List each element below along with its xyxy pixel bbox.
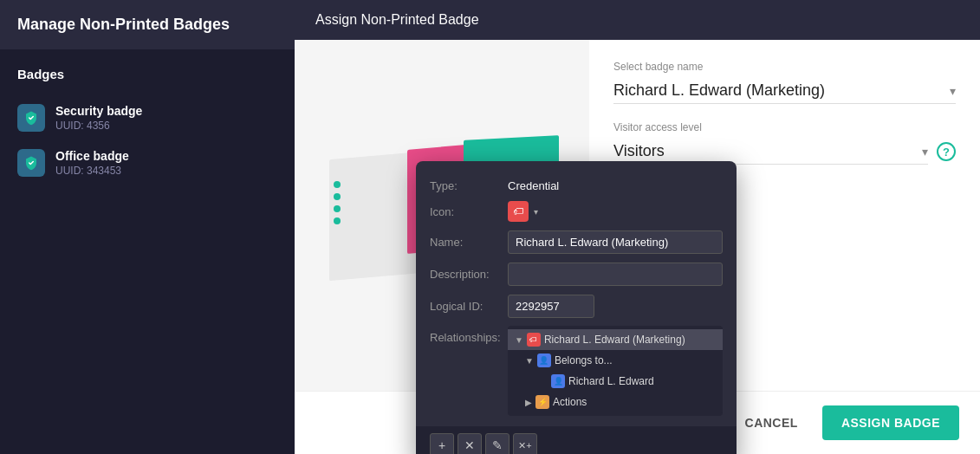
description-row: Description: [416,258,737,290]
tree-item-root[interactable]: ▼ 🏷 Richard L. Edward (Marketing) [508,329,723,350]
credential-popup: Type: Credential Icon: 🏷 ▾ Name: Descrip… [416,161,737,454]
list-item[interactable]: Security badge UUID: 4356 [17,95,277,140]
actions-icon: ⚡ [535,395,549,409]
main-area: Assign Non-Printed Badge ✓ [295,0,980,454]
dots-group [334,181,341,230]
logical-id-input[interactable] [508,295,594,318]
tree-text-root: Richard L. Edward (Marketing) [544,334,685,346]
type-label: Type: [430,179,508,192]
help-icon[interactable]: ? [937,142,956,161]
list-item[interactable]: Office badge UUID: 343453 [17,140,277,185]
relationships-label: Relationships: [430,326,508,344]
badge-name-group: Select badge name Richard L. Edward (Mar… [613,61,956,104]
description-label: Description: [430,268,508,281]
badge-shield-icon-2 [17,149,45,177]
relationships-row: Relationships: ▼ 🏷 Richard L. Edward (Ma… [416,322,737,419]
icon-label: Icon: [430,205,508,218]
tree-item-belongs-to[interactable]: ▼ 👤 Belongs to... [508,350,723,371]
tree-arrow-actions: ▶ [525,398,532,407]
badge-info: Security badge UUID: 4356 [55,104,142,132]
tree-text-person: Richard L. Edward [568,375,654,387]
tree-text-belongs: Belongs to... [555,354,613,366]
tree-text-actions: Actions [553,396,587,408]
tree-item-person[interactable]: 👤 Richard L. Edward [508,371,723,392]
sidebar-content: Badges Security badge UUID: 4356 [0,49,295,203]
modal-header: Assign Non-Printed Badge [295,0,980,40]
icon-row: Icon: 🏷 ▾ [416,197,737,226]
badge-name-label: Select badge name [613,61,956,73]
badge-name-select[interactable]: Richard L. Edward (Marketing) ▾ [613,78,956,104]
sidebar-title: Manage Non-Printed Badges [17,16,230,33]
type-row: Type: Credential [416,175,737,197]
access-level-value: Visitors [613,142,665,160]
badge-shield-icon [17,104,45,132]
badge-info-2: Office badge UUID: 343453 [55,149,129,177]
relationships-tree: ▼ 🏷 Richard L. Edward (Marketing) ▼ 👤 Be… [508,326,723,416]
assign-badge-button[interactable]: ASSIGN BADGE [822,405,959,440]
add-link-button[interactable]: ✕+ [513,433,537,454]
sidebar-header: Manage Non-Printed Badges [0,0,295,49]
credential-icon: 🏷 [513,205,523,217]
add-button[interactable]: + [430,433,454,454]
chevron-down-icon: ▾ [950,84,956,98]
credential-icon-box: 🏷 [508,201,529,222]
logical-id-row: Logical ID: [416,290,737,322]
badge-name-2: Office badge [55,149,129,163]
popup-toolbar: + ✕ ✎ ✕+ [416,426,737,454]
tree-arrow-down: ▼ [515,335,523,345]
chevron-down-icon-2: ▾ [922,145,928,159]
name-label: Name: [430,236,508,249]
badge-name-select-value: Richard L. Edward (Marketing) [613,81,825,100]
type-value: Credential [508,179,559,192]
content-area: ✓ Select badge name Richard L. Edward (M… [295,40,980,391]
name-input[interactable] [508,230,723,254]
modal-title: Assign Non-Printed Badge [315,12,479,27]
badge-name: Security badge [55,104,142,118]
access-level-label: Visitor access level [613,121,956,133]
logical-id-label: Logical ID: [430,300,508,313]
edit-button[interactable]: ✎ [485,433,509,454]
delete-button[interactable]: ✕ [458,433,482,454]
badges-section-label: Badges [17,67,277,81]
cancel-button[interactable]: CANCEL [731,407,812,438]
belongs-to-icon: 👤 [537,353,551,367]
sidebar: Manage Non-Printed Badges Badges Securit… [0,0,295,454]
badge-uuid-2: UUID: 343453 [55,165,129,177]
person-icon: 👤 [551,374,565,388]
name-row: Name: [416,226,737,258]
tree-item-actions[interactable]: ▶ ⚡ Actions [508,392,723,412]
badge-uuid: UUID: 4356 [55,120,142,132]
access-level-group: Visitor access level Visitors ▾ ? [613,121,956,165]
icon-selector[interactable]: 🏷 ▾ [508,201,538,222]
credential-tree-icon: 🏷 [527,333,541,347]
description-input[interactable] [508,263,723,286]
tree-arrow-belongs: ▼ [525,356,534,366]
icon-dropdown-chevron[interactable]: ▾ [534,207,538,217]
